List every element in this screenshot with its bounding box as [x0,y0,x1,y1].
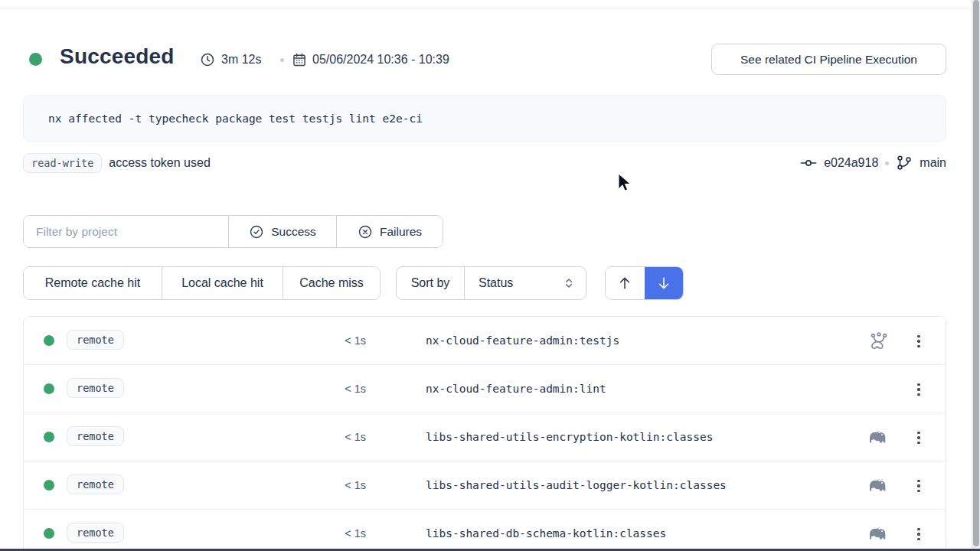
filter-success-label: Success [271,225,316,239]
gradle-icon [869,428,889,448]
task-duration: < 1s [330,431,366,443]
chevron-updown-icon [563,277,575,289]
task-name: libs-shared-utils-encryption-kotlin:clas… [426,431,713,443]
task-name: nx-cloud-feature-admin:lint [426,383,606,395]
local-cache-hit-button[interactable]: Local cache hit [162,267,283,299]
sort-field-select[interactable]: Status [464,267,586,299]
task-duration: < 1s [330,383,366,395]
vcs-info: e024a918 main [800,155,946,171]
task-name: libs-shared-utils-audit-logger-kotlin:cl… [426,479,727,491]
task-row[interactable]: remote < 1s libs-shared-utils-audit-logg… [24,461,946,510]
task-status-dot [44,528,54,539]
kebab-menu-icon[interactable] [912,380,926,399]
cache-miss-button[interactable]: Cache miss [283,267,380,299]
sort-ascending-button[interactable] [606,267,645,299]
task-cache-badge: remote [67,378,124,398]
kebab-menu-icon[interactable] [912,332,926,350]
branch-name: main [920,156,946,170]
mouse-cursor [617,173,632,196]
arrow-up-icon [617,276,632,291]
project-filter-input[interactable] [24,216,228,247]
task-cache-badge: remote [67,330,124,350]
see-related-pipeline-button[interactable]: See related CI Pipeline Execution [711,44,946,75]
git-branch-icon [896,155,913,171]
run-duration: 3m 12s [221,53,261,67]
access-token-badge: read-write [23,153,102,173]
task-row[interactable]: remote < 1s nx-cloud-feature-admin:testj… [24,317,946,365]
calendar-icon [292,52,307,67]
status-dot [29,53,42,66]
meta-separator-dot [280,58,284,62]
page-title: Succeeded [60,44,175,69]
filter-failures-button[interactable]: Failures [336,216,443,247]
access-token-text: access token used [109,156,211,170]
filter-group: Success Failures [23,215,443,248]
kebab-menu-icon[interactable] [912,525,926,543]
gradle-icon [869,476,889,496]
sort-field-value: Status [479,276,557,290]
sort-direction-toggle [605,266,684,300]
jest-icon [869,331,889,351]
remote-cache-hit-button[interactable]: Remote cache hit [24,267,162,299]
task-duration: < 1s [330,527,366,540]
task-name: libs-shared-db-schema-kotlin:classes [426,527,666,540]
task-name: nx-cloud-feature-admin:testjs [426,334,619,347]
task-list: remote < 1s nx-cloud-feature-admin:testj… [23,316,946,551]
vcs-separator-dot [885,161,889,165]
task-status-dot [44,480,54,491]
task-status-dot [44,383,54,394]
task-row[interactable]: remote < 1s libs-shared-db-schema-kotlin… [24,510,946,551]
task-cache-badge: remote [67,523,124,543]
run-date-range: 05/06/2024 10:36 - 10:39 [312,53,449,67]
task-duration: < 1s [330,334,366,347]
task-cache-badge: remote [67,426,124,446]
run-detail-page: Succeeded 3m 12s 05/06/2024 10:36 - 10:3… [0,0,980,551]
filter-success-button[interactable]: Success [228,216,336,247]
scrollbar-track [972,0,980,551]
command-text: nx affected -t typecheck package test te… [48,112,423,125]
scrollbar-thumb[interactable] [973,0,979,546]
task-cache-badge: remote [67,474,124,494]
task-duration: < 1s [330,479,366,491]
task-status-dot [44,432,54,442]
arrow-down-icon [656,276,671,291]
kebab-menu-icon[interactable] [912,429,926,447]
gradle-icon [869,524,889,544]
task-status-dot [44,335,54,346]
clock-icon [200,52,215,67]
task-row[interactable]: remote < 1s nx-cloud-feature-admin:lint [24,365,946,413]
kebab-menu-icon[interactable] [912,477,926,495]
top-divider [0,8,980,8]
cache-filter-group: Remote cache hit Local cache hit Cache m… [23,266,381,300]
access-token-row: read-write access token used [23,153,211,173]
sort-descending-button[interactable] [645,267,684,299]
check-circle-icon [249,224,264,240]
commit-sha: e024a918 [824,156,878,170]
sort-control: Sort by Status [396,266,586,300]
commit-icon [800,155,817,171]
task-row[interactable]: remote < 1s libs-shared-utils-encryption… [24,413,946,461]
command-box: nx affected -t typecheck package test te… [23,95,946,142]
x-circle-icon [358,224,373,240]
filter-failures-label: Failures [380,225,422,239]
sort-by-label: Sort by [397,267,464,299]
